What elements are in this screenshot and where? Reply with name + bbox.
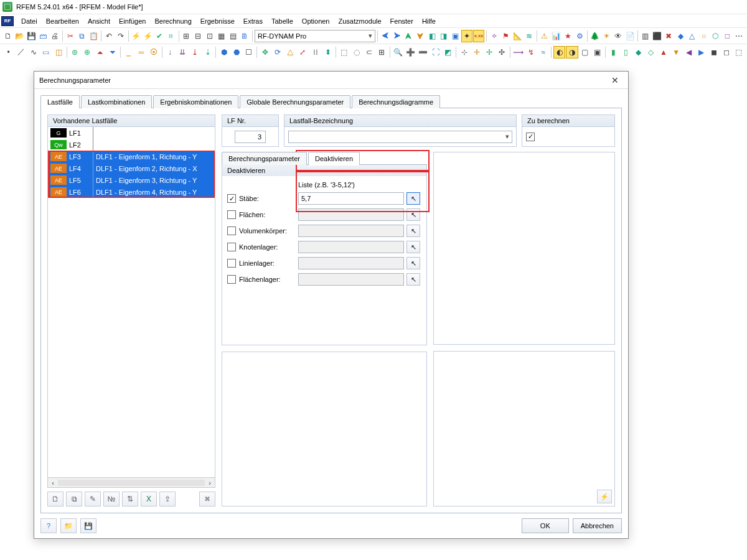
lasso-icon[interactable]: ⊂ (364, 46, 375, 58)
axis3-icon[interactable]: ✢ (484, 46, 496, 58)
poly-icon[interactable]: ∿ (27, 46, 39, 58)
excel-icon[interactable]: X (141, 492, 157, 506)
loadcase-list[interactable]: G LF1 Qw LF2 AE LF3 DLF1 - Eigenform 1, … (48, 127, 215, 477)
ruler-icon[interactable]: 📐 (512, 30, 523, 42)
grid3-icon[interactable]: ⊡ (204, 30, 215, 42)
rotate-icon[interactable]: ⟳ (272, 46, 284, 58)
load3-icon[interactable]: ⤓ (189, 46, 201, 58)
cancel-button[interactable]: Abbrechen (573, 518, 622, 533)
list-item[interactable]: AE LF4 DLF1 - Eigenform 2, Richtung - X (48, 162, 215, 174)
axis-icon[interactable]: ⊹ (458, 46, 470, 58)
rect-icon[interactable]: ▭ (40, 46, 52, 58)
undo-icon[interactable]: ↶ (103, 30, 115, 42)
highlight-icon[interactable]: ✦ (461, 30, 472, 42)
render1-icon[interactable]: ◐ (553, 46, 565, 58)
wire-icon[interactable]: ▢ (579, 46, 591, 58)
deakt-checkbox-staebe[interactable] (227, 194, 236, 203)
cut-icon[interactable]: ✂ (65, 30, 76, 42)
list-item[interactable]: Qw LF2 (48, 139, 215, 151)
green1-icon[interactable]: ▮ (608, 46, 619, 58)
copy-icon[interactable]: ⧉ (77, 30, 88, 42)
deakt-checkbox-knotenlager[interactable] (227, 243, 236, 251)
new-lc-icon[interactable]: 🗋 (47, 492, 63, 506)
menu-zusatzmodule[interactable]: Zusatzmodule (337, 16, 383, 26)
new-icon[interactable]: 🗋 (2, 30, 14, 42)
gray1-icon[interactable]: ◼ (708, 46, 720, 58)
flash2-icon[interactable]: ⚡ (142, 30, 153, 42)
copy-lc-icon[interactable]: ⧉ (66, 492, 82, 506)
list-item[interactable]: AE LF3 DLF1 - Eigenform 1, Richtung - Y (48, 151, 215, 162)
surf-icon[interactable]: ◫ (53, 46, 65, 58)
list-item[interactable]: G LF1 (48, 127, 215, 139)
menu-fenster[interactable]: Fenster (389, 16, 415, 26)
sup-icon[interactable]: ⏶ (94, 46, 106, 58)
mesh-icon[interactable]: ✧ (489, 30, 500, 42)
save-icon[interactable]: 💾 (26, 30, 37, 42)
zoomin-icon[interactable]: ➕ (405, 46, 416, 58)
grid-icon[interactable]: ⊞ (181, 30, 192, 42)
calc-checkbox[interactable] (526, 133, 535, 141)
redo-icon[interactable]: ↷ (115, 30, 126, 42)
red1-icon[interactable]: ▲ (657, 46, 669, 58)
tab-ergebniskombinationen[interactable]: Ergebniskombinationen (153, 95, 238, 108)
nav-down-icon[interactable]: ⮟ (415, 30, 426, 42)
load-icon[interactable]: ↓ (164, 46, 176, 58)
all-icon[interactable]: ⊞ (376, 46, 388, 58)
tri-icon[interactable]: △ (687, 30, 698, 42)
node2-icon[interactable]: ⊕ (82, 46, 93, 58)
export-icon[interactable]: ⇪ (159, 492, 176, 506)
module-combo[interactable]: RF-DYNAM Pro ▾ (255, 30, 375, 42)
move-icon[interactable]: ✥ (259, 46, 271, 58)
scroll-left-icon[interactable]: ‹ (48, 478, 58, 487)
num-lc-icon[interactable]: № (103, 492, 120, 506)
tab-lastfaelle[interactable]: Lastfälle (40, 95, 80, 108)
flash-icon[interactable]: ⚡ (130, 30, 141, 42)
dialog-titlebar[interactable]: Berechnungsparameter ✕ (34, 72, 628, 89)
flag-icon[interactable]: ⚑ (500, 30, 512, 42)
sort-lc-icon[interactable]: ⇅ (122, 492, 138, 506)
mirror-icon[interactable]: ⧋ (284, 46, 296, 58)
dot-icon[interactable]: • (2, 46, 14, 58)
pick-icon[interactable]: ↖ (406, 241, 420, 253)
subtab-berechnungsparameter[interactable]: Berechnungsparameter (222, 152, 307, 165)
list-item[interactable]: AE LF5 DLF1 - Eigenform 3, Richtung - Y (48, 174, 215, 186)
axis4-icon[interactable]: ✣ (496, 46, 508, 58)
calc-icon[interactable]: ⌗ (166, 30, 177, 42)
list-hscroll[interactable]: ‹ › (47, 478, 215, 488)
menu-extras[interactable]: Extras (242, 16, 264, 26)
iso-icon[interactable]: ◩ (442, 46, 454, 58)
grid2-icon[interactable]: ⊟ (192, 30, 204, 42)
nav-right-icon[interactable]: ⮞ (392, 30, 403, 42)
col-icon[interactable]: ▥ (640, 30, 651, 42)
sel2-icon[interactable]: ◌ (350, 46, 362, 58)
wire2-icon[interactable]: ▣ (591, 46, 603, 58)
deakt-checkbox-linienlager[interactable] (227, 259, 236, 268)
teal1-icon[interactable]: ◆ (632, 46, 644, 58)
deakt-checkbox-flaechen[interactable] (227, 210, 236, 219)
load4-icon[interactable]: ⇣ (202, 46, 214, 58)
open-set-icon[interactable]: ☐ (243, 46, 255, 58)
doc-icon[interactable]: 🗎 (239, 30, 250, 42)
print-icon[interactable]: 🖨 (49, 30, 60, 42)
pick-icon[interactable]: ↖ (406, 225, 420, 237)
gray3-icon[interactable]: ⬚ (733, 46, 745, 58)
more-icon[interactable]: ⋯ (733, 30, 745, 42)
pick-icon[interactable]: ↖ (406, 192, 420, 205)
zoomout-icon[interactable]: ➖ (417, 46, 429, 58)
scale-icon[interactable]: ⤢ (297, 46, 309, 58)
help-icon[interactable]: ? (40, 518, 57, 533)
circ-icon[interactable]: ○ (698, 30, 710, 42)
menu-tabelle[interactable]: Tabelle (270, 16, 294, 26)
chart-icon[interactable]: 📊 (551, 30, 562, 42)
open-icon[interactable]: 📂 (14, 30, 26, 42)
green2-icon[interactable]: ▯ (620, 46, 632, 58)
bez-combo[interactable]: ▾ (288, 131, 512, 143)
x-icon[interactable]: ✖ (663, 30, 674, 42)
warn-icon[interactable]: ⚠ (539, 30, 550, 42)
line-icon[interactable]: ／ (15, 46, 27, 58)
delete-lc-icon[interactable]: ✖ (199, 492, 215, 506)
tab-lastkombinationen[interactable]: Lastkombinationen (81, 95, 152, 108)
deakt-checkbox-volumen[interactable] (227, 226, 236, 235)
subtab-deaktivieren[interactable]: Deaktivieren (308, 152, 360, 165)
beam-icon[interactable]: ⎯ (123, 46, 134, 58)
